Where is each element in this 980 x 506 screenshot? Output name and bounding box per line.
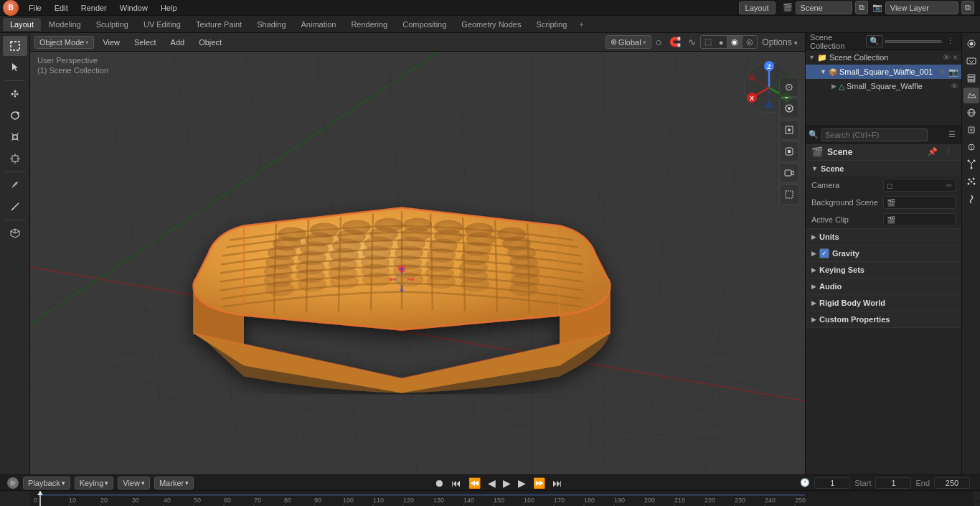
tab-uv-editing[interactable]: UV Editing: [136, 18, 188, 31]
proportional-connected[interactable]: ∿: [685, 35, 699, 49]
prev-frame-btn[interactable]: ◀: [486, 477, 498, 489]
tool-add-cube[interactable]: [3, 223, 27, 243]
vp-menu-select[interactable]: Select: [128, 37, 162, 48]
tab-scripting[interactable]: Scripting: [529, 18, 574, 31]
viewport[interactable]: Object Mode ▾ View Select Add Object ⊕ G…: [30, 33, 805, 474]
scene-selector[interactable]: Scene: [796, 1, 852, 14]
prop-icon-view-layer[interactable]: [963, 70, 979, 86]
outliner-item-waffle-001[interactable]: ▼ 📦 Small_Square_Waffle_001 👁 📷: [806, 65, 961, 79]
timeline-editor-icon[interactable]: ▷: [7, 477, 19, 489]
tab-sculpting[interactable]: Sculpting: [89, 18, 136, 31]
record-btn[interactable]: ⏺: [432, 477, 446, 489]
shading-rendered[interactable]: ◎: [743, 36, 757, 48]
prop-icon-output[interactable]: [963, 53, 979, 69]
tool-cursor[interactable]: [3, 57, 27, 78]
gravity-checkbox-wrapper[interactable]: ✓ Gravity: [819, 248, 859, 258]
vp-menu-object[interactable]: Object: [193, 37, 227, 48]
blender-logo[interactable]: B: [3, 0, 19, 16]
new-scene-btn[interactable]: ⧉: [855, 1, 868, 14]
visibility-icon[interactable]: 👁: [943, 53, 951, 62]
shading-looksdev[interactable]: ◉: [727, 36, 743, 48]
outliner-filter-btn[interactable]: 🔍: [866, 35, 883, 47]
jump-end-btn[interactable]: ⏭: [550, 477, 565, 489]
restrict-render-icon[interactable]: 📷: [948, 67, 958, 77]
start-frame-input[interactable]: 1: [875, 477, 911, 489]
outliner-item-waffle-mesh[interactable]: ▶ △ Small_Square_Waffle 👁: [806, 79, 961, 93]
prop-icon-world[interactable]: [963, 105, 979, 121]
prop-icon-physics[interactable]: [963, 191, 979, 207]
prop-search-input[interactable]: [821, 128, 928, 141]
units-section-header[interactable]: ▶ Units: [806, 229, 961, 245]
next-keyframe-btn[interactable]: ⏩: [531, 477, 547, 489]
tool-rotate[interactable]: [3, 106, 27, 126]
viewlayer-selector[interactable]: View Layer: [885, 1, 958, 14]
proportional-edit-btn[interactable]: ○: [653, 34, 665, 50]
tool-scale[interactable]: [3, 127, 27, 147]
outliner-item-scene-collection[interactable]: ▼ 📁 Scene Collection 👁 ✕: [806, 50, 961, 65]
prop-icon-render[interactable]: [963, 36, 979, 52]
tool-measure[interactable]: [3, 197, 27, 217]
play-btn[interactable]: ▶: [501, 477, 513, 489]
marker-dropdown[interactable]: Marker ▾: [154, 477, 194, 489]
outliner-search[interactable]: [885, 40, 942, 43]
current-frame-input[interactable]: 1: [814, 477, 850, 489]
waffle-3d-object[interactable]: [151, 121, 653, 394]
gravity-checkbox[interactable]: ✓: [819, 248, 829, 258]
next-frame-btn[interactable]: ▶: [516, 477, 528, 489]
prop-icon-particles[interactable]: [963, 174, 979, 189]
new-viewlayer-btn[interactable]: ⧉: [961, 1, 974, 14]
scene-prop-pin[interactable]: 📌: [925, 146, 941, 158]
custom-props-header[interactable]: ▶ Custom Properties: [806, 311, 961, 327]
viewport-canvas[interactable]: User Perspective (1) Scene Collection Z …: [30, 52, 805, 474]
tab-texture-paint[interactable]: Texture Paint: [189, 18, 249, 31]
menu-edit[interactable]: Edit: [49, 2, 74, 14]
tab-modeling[interactable]: Modeling: [42, 18, 88, 31]
vp-menu-view[interactable]: View: [97, 37, 126, 48]
audio-section-header[interactable]: ▶ Audio: [806, 278, 961, 294]
vp-transform-pivot[interactable]: [779, 141, 799, 161]
tab-shading[interactable]: Shading: [250, 18, 293, 31]
gravity-section-header[interactable]: ▶ ✓ Gravity: [806, 245, 961, 261]
mode-selector[interactable]: Object Mode ▾: [34, 36, 94, 49]
vp-menu-add[interactable]: Add: [165, 37, 191, 48]
end-frame-input[interactable]: 250: [934, 477, 970, 489]
scene-section-header[interactable]: ▼ Scene: [806, 161, 961, 177]
prop-icon-constraints[interactable]: [963, 139, 979, 155]
vp-gizmo-btn[interactable]: ⊙: [779, 77, 799, 97]
shading-solid[interactable]: ●: [715, 37, 727, 48]
prop-icon-scene[interactable]: [963, 88, 979, 103]
timeline-numbers[interactable]: 0 10 20 30 40 50 60 70 80 90 1: [30, 491, 974, 506]
menu-render[interactable]: Render: [75, 2, 113, 14]
vp-camera-btn[interactable]: [779, 163, 799, 183]
scene-prop-expand[interactable]: ⋮: [942, 146, 956, 158]
prop-icon-object[interactable]: [963, 122, 979, 138]
background-scene-field[interactable]: 🎬: [883, 196, 956, 209]
shading-wireframe[interactable]: ⬚: [701, 36, 715, 48]
tool-annotate[interactable]: [3, 175, 27, 195]
tool-transform[interactable]: [3, 149, 27, 169]
prop-panel-options[interactable]: ☰: [946, 128, 958, 141]
vp-overlay-btn[interactable]: [779, 98, 799, 118]
exclude-icon[interactable]: ✕: [952, 53, 958, 62]
vp-snap-btn[interactable]: [779, 120, 799, 140]
tool-select[interactable]: [3, 36, 27, 56]
keying-dropdown[interactable]: Keying ▾: [75, 477, 114, 489]
snap-toggle[interactable]: 🧲: [666, 35, 684, 49]
tab-rendering[interactable]: Rendering: [344, 18, 395, 31]
tab-geometry-nodes[interactable]: Geometry Nodes: [454, 18, 528, 31]
tab-compositing[interactable]: Compositing: [395, 18, 453, 31]
menu-window[interactable]: Window: [114, 2, 154, 14]
tab-layout[interactable]: Layout: [3, 18, 41, 31]
playback-dropdown[interactable]: Playback ▾: [23, 477, 70, 489]
timeline-ruler-bar[interactable]: 0 10 20 30 40 50 60 70 80 90 1: [0, 490, 980, 506]
tab-animation[interactable]: Animation: [294, 18, 344, 31]
prev-keyframe-btn[interactable]: ⏪: [466, 477, 483, 489]
mesh-visibility-icon[interactable]: 👁: [951, 82, 958, 90]
keying-sets-header[interactable]: ▶ Keying Sets: [806, 262, 961, 278]
options-btn[interactable]: Options ▾: [759, 36, 801, 49]
transform-selector[interactable]: ⊕ Global ▾: [606, 35, 651, 49]
timeline-scrollbar[interactable]: [974, 500, 980, 502]
vp-render-btn[interactable]: [779, 184, 799, 205]
prop-icon-modifiers[interactable]: [963, 156, 979, 172]
camera-value-field[interactable]: ◻ ✏: [883, 179, 956, 192]
